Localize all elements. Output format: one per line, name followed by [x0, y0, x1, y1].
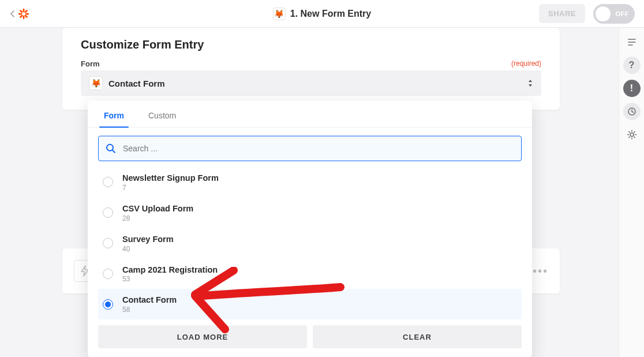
share-button[interactable]: SHARE — [539, 4, 585, 23]
option-id: 7 — [122, 184, 219, 192]
option-camp-2021[interactable]: Camp 2021 Registration 53 — [98, 259, 522, 289]
settings-icon[interactable] — [623, 126, 641, 143]
svg-rect-0 — [23, 8, 25, 12]
notes-icon[interactable] — [623, 34, 641, 51]
svg-rect-6 — [20, 9, 23, 13]
option-contact-form[interactable]: Contact Form 58 — [98, 289, 522, 319]
option-survey-form[interactable]: Survey Form 40 — [98, 228, 522, 259]
dropdown-tabs: Form Custom — [88, 101, 532, 128]
svg-rect-5 — [20, 14, 23, 17]
toggle-label: OFF — [616, 10, 630, 17]
svg-rect-3 — [25, 13, 29, 14]
load-more-button[interactable]: LOAD MORE — [98, 325, 307, 348]
svg-rect-4 — [24, 9, 28, 13]
svg-line-19 — [628, 137, 629, 137]
chevron-left-icon — [9, 10, 16, 18]
radio-icon — [103, 238, 113, 248]
section-title: Customize Form Entry — [81, 38, 541, 51]
more-icon[interactable]: ••• — [533, 265, 548, 278]
help-icon[interactable]: ? — [623, 57, 641, 74]
tab-custom[interactable]: Custom — [144, 107, 181, 127]
form-select-value: Contact Form — [108, 79, 165, 88]
form-field-label: Form — [81, 60, 100, 68]
top-bar: 🦊 1. New Form Entry SHARE OFF — [0, 0, 644, 28]
option-label: CSV Upload Form — [122, 203, 193, 214]
option-label: Survey Form — [122, 234, 174, 245]
radio-icon — [103, 177, 113, 187]
configure-panel: Customize Form Entry Form (required) 🦊 C… — [62, 28, 560, 110]
app-icon: 🦊 — [273, 8, 286, 20]
svg-line-20 — [634, 132, 634, 132]
radio-icon — [103, 207, 113, 218]
svg-line-18 — [634, 137, 634, 137]
option-label: Contact Form — [122, 295, 177, 306]
svg-point-12 — [630, 133, 634, 136]
svg-line-22 — [113, 150, 115, 153]
app-icon: 🦊 — [89, 76, 103, 90]
option-newsletter-signup[interactable]: Newsletter Signup Form 7 — [98, 167, 522, 198]
toggle-knob — [596, 6, 611, 21]
option-label: Camp 2021 Registration — [122, 265, 218, 276]
sort-icon — [527, 79, 533, 87]
option-id: 53 — [122, 275, 218, 283]
svg-line-17 — [628, 132, 629, 132]
option-csv-upload[interactable]: CSV Upload Form 28 — [98, 198, 522, 228]
option-id: 28 — [122, 214, 193, 222]
page-title-group: 🦊 1. New Form Entry — [273, 8, 371, 20]
option-id: 40 — [122, 245, 174, 253]
form-dropdown: Form Custom Newsletter Signup Form 7 CSV… — [88, 101, 532, 357]
svg-rect-1 — [23, 15, 25, 18]
radio-icon — [103, 299, 113, 310]
page-title: 1. New Form Entry — [290, 9, 371, 19]
tab-form[interactable]: Form — [99, 107, 129, 127]
alert-icon[interactable]: ! — [623, 80, 641, 97]
history-icon[interactable] — [623, 103, 641, 120]
app-icon-emoji: 🦊 — [274, 9, 284, 18]
required-label: (required) — [511, 60, 541, 68]
clear-button[interactable]: CLEAR — [313, 325, 522, 348]
svg-rect-7 — [24, 14, 28, 17]
search-input[interactable] — [98, 136, 522, 161]
right-rail: ? ! — [619, 28, 644, 357]
option-label: Newsletter Signup Form — [122, 173, 219, 184]
dropdown-options: Newsletter Signup Form 7 CSV Upload Form… — [88, 165, 532, 319]
svg-rect-2 — [18, 13, 22, 14]
option-id: 58 — [122, 306, 177, 314]
radio-icon — [103, 269, 113, 279]
back-button[interactable] — [9, 8, 30, 20]
search-icon — [105, 143, 117, 154]
publish-toggle[interactable]: OFF — [593, 4, 635, 24]
form-select[interactable]: 🦊 Contact Form — [81, 70, 541, 96]
zapier-logo-icon — [17, 8, 30, 20]
